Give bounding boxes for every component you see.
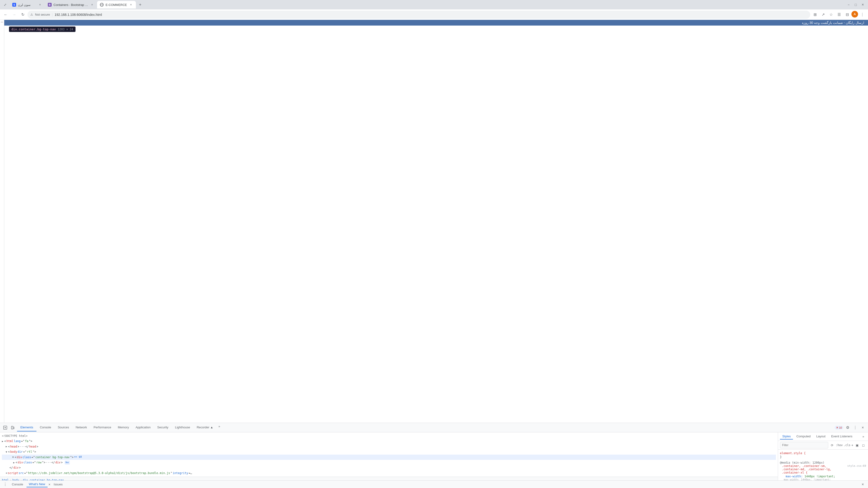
styles-tab-computed[interactable]: Computed [794, 433, 813, 440]
breadcrumb-div[interactable]: div.container.bg-top-nav [23, 479, 64, 481]
more-options-button[interactable]: ⋮ [852, 424, 859, 431]
url-text: 192.168.1.106:60608/index.html [55, 13, 807, 17]
close-bottom-bar-button[interactable]: × [860, 481, 866, 488]
tree-body[interactable]: ▼ <body dir="rtl"> [2, 449, 776, 454]
close-devtools-button[interactable]: × [860, 424, 866, 431]
browser-chrome: ⤢ S سون لرن × B Containers · Bootstrap v… [0, 0, 868, 488]
security-warning-icon: ⚠ [30, 13, 33, 16]
tab-recorder[interactable]: Recorder ▲ [193, 424, 217, 431]
breadcrumb-body[interactable]: body [12, 479, 19, 481]
svg-rect-9 [13, 427, 14, 429]
bottom-menu-button[interactable]: ⋮ [2, 481, 8, 488]
pseudo-state-hov[interactable]: :hov [836, 444, 843, 447]
tab-close-ecommerce[interactable]: × [129, 3, 133, 7]
tree-head[interactable]: ▶ <head> ··· </head> [2, 444, 776, 449]
tab-console[interactable]: Console [36, 424, 55, 431]
styles-more-button[interactable]: » [861, 434, 866, 440]
tab-ecommerce[interactable]: E-COMMERCE × [97, 1, 136, 8]
css-source-link[interactable]: style.css:69 [847, 464, 866, 475]
profile-avatar[interactable]: A [851, 11, 858, 18]
back-button[interactable]: ← [2, 11, 9, 19]
split-view-button[interactable]: ⊟ [843, 11, 851, 19]
tab-elements[interactable]: Elements [17, 424, 36, 431]
bottom-tab-whatsnew-close[interactable]: × [49, 483, 51, 486]
reload-button[interactable]: ↻ [19, 11, 27, 19]
tab-label-ecommerce: E-COMMERCE [105, 3, 127, 7]
address-bar-actions: ⊞ ↗ ☆ ☰ ⊟ A ⋮ [811, 11, 866, 19]
tab-close-bootstrap[interactable]: × [90, 3, 94, 7]
devtools-breadcrumb: html › body › div.container.bg-top-nav [0, 477, 778, 481]
error-badge[interactable]: ✕ 10 [835, 426, 843, 429]
tree-div-container[interactable]: ▼ <div class="container bg-top-nav"> == … [2, 455, 776, 460]
breadcrumb-html[interactable]: html [2, 479, 9, 481]
devtools-tabs: Elements Console Sources Network Perform… [17, 424, 222, 431]
sidebar-indicator: | [1, 22, 4, 23]
tab-security[interactable]: Security [154, 424, 172, 431]
tab-close-sevonlearn[interactable]: × [38, 3, 42, 7]
reading-mode-button[interactable]: ☰ [835, 11, 843, 19]
tab-bootstrap[interactable]: B Containers · Bootstrap v5.3 × [45, 1, 97, 8]
error-count: 10 [839, 426, 842, 429]
error-icon: ✕ [836, 426, 838, 429]
minimize-button[interactable]: − [845, 1, 852, 8]
page-content-area: | ارسال رایگان - ضمانت بازگشت وجه 30 روز… [0, 20, 868, 423]
top-banner: ارسال رایگان - ضمانت بازگشت وجه 30 روزه [4, 20, 868, 26]
bottom-tab-whatsnew[interactable]: What's New [27, 481, 48, 487]
share-button[interactable]: ↗ [819, 11, 827, 19]
tab-performance[interactable]: Performance [90, 424, 114, 431]
title-bar-controls: − □ × [845, 1, 866, 8]
styles-filter-input[interactable] [780, 442, 828, 449]
translate-button[interactable]: ⊞ [811, 11, 819, 19]
pseudo-states-icon[interactable]: ⟳ [829, 442, 835, 448]
more-tabs-button[interactable]: » [217, 424, 222, 431]
bookmark-button[interactable]: ☆ [827, 11, 835, 19]
close-window-button[interactable]: × [860, 1, 866, 8]
tree-div-close[interactable]: </div> [2, 465, 776, 470]
page-viewport: ارسال رایگان - ضمانت بازگشت وجه 30 روزه … [4, 20, 868, 423]
element-inspector-tooltip: div.container.bg-top-nav 1203 × 24 [9, 27, 75, 32]
filter-bar: ⟳ :hov .cls + ▣ ◻ [778, 441, 868, 450]
address-bar: ← → ↻ ⚠ Not secure | 192.168.1.106:60608… [0, 9, 868, 20]
tab-sources[interactable]: Sources [55, 424, 72, 431]
tree-div-row[interactable]: ▶ <div class="row"> ··· </div> flex [2, 460, 776, 465]
bottom-tab-issues[interactable]: Issues [51, 482, 65, 487]
url-bar[interactable]: ⚠ Not secure | 192.168.1.106:60608/index… [27, 11, 810, 19]
tree-script[interactable]: <script src="https://cdn.jsdelivr.net/np… [2, 470, 776, 476]
inspect-computed-button[interactable]: ◻ [861, 442, 866, 448]
new-style-rule-button[interactable]: ▣ [854, 442, 860, 448]
styles-tab-event-listeners[interactable]: Event Listeners [829, 433, 855, 440]
tab-application[interactable]: Application [132, 424, 154, 431]
bottom-bar-right: × [860, 481, 866, 488]
left-sidebar: | [0, 20, 4, 423]
tab-memory[interactable]: Memory [115, 424, 132, 431]
new-tab-button[interactable]: + [137, 1, 144, 8]
devtools-toolbar-right: ✕ 10 ⚙ ⋮ × [835, 424, 866, 431]
inspect-element-button[interactable] [2, 424, 8, 431]
styles-tab-layout[interactable]: Layout [814, 433, 828, 440]
add-style-button[interactable]: + [851, 443, 853, 447]
tooltip-dimensions: 1203 × 24 [58, 28, 73, 31]
styles-tab-styles[interactable]: Styles [780, 433, 793, 440]
tab-icon-ecommerce [100, 3, 104, 7]
expand-icon[interactable]: ⤢ [2, 1, 8, 8]
css-selector-container: .container, .container-sm,.container-md,… [782, 464, 832, 474]
html-tree-panel: <!DOCTYPE html> ▶ <html lang="fa"> ▶ <he… [0, 432, 778, 481]
pseudo-state-cls[interactable]: .cls [844, 444, 850, 447]
settings-button[interactable]: ⚙ [844, 424, 851, 431]
devtools-panel: Elements Console Sources Network Perform… [0, 423, 868, 488]
svg-rect-8 [11, 426, 13, 429]
window-controls-area: ⤢ [2, 1, 8, 8]
svg-text:S: S [13, 4, 15, 6]
tab-network[interactable]: Network [72, 424, 90, 431]
device-toolbar-button[interactable] [9, 424, 16, 431]
css-property-maxwidth: max-width: 1440px !important; [782, 475, 866, 478]
tree-html[interactable]: ▶ <html lang="fa"> [2, 438, 776, 444]
bottom-tab-console[interactable]: Console [9, 482, 26, 487]
css-rule-container: .container, .container-sm,.container-md,… [780, 464, 866, 481]
maximize-button[interactable]: □ [852, 1, 859, 8]
forward-button[interactable]: → [10, 11, 18, 19]
menu-button[interactable]: ⋮ [859, 11, 866, 19]
tab-lighthouse[interactable]: Lighthouse [172, 424, 193, 431]
tab-icon-bootstrap: B [48, 3, 52, 7]
tab-sevonlearn[interactable]: S سون لرن × [9, 1, 45, 8]
